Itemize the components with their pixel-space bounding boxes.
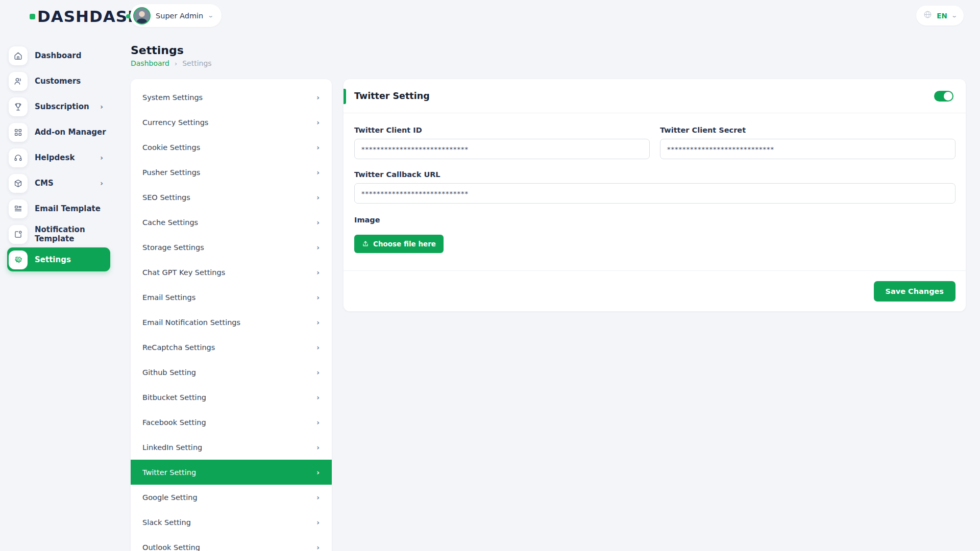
chevron-right-icon: ›	[100, 154, 103, 162]
chevron-right-icon: ›	[316, 168, 320, 177]
sidebar-item-helpdesk[interactable]: Helpdesk ›	[0, 145, 118, 170]
chevron-right-icon: ›	[316, 93, 320, 102]
chevron-right-icon: ›	[316, 518, 320, 527]
logo-text: DASHDASH	[37, 9, 141, 24]
package-icon	[9, 174, 28, 193]
brand-logo[interactable]: DASHDASH	[30, 7, 141, 26]
image-label: Image	[354, 216, 955, 224]
chevron-down-icon: ⌄	[207, 12, 214, 19]
chevron-right-icon: ›	[316, 443, 320, 452]
toggle-knob	[944, 92, 952, 101]
settings-nav-system[interactable]: System Settings›	[131, 85, 332, 110]
chevron-down-icon: ⌄	[951, 12, 958, 19]
enable-toggle[interactable]	[934, 91, 953, 102]
panel-footer: Save Changes	[344, 270, 966, 311]
trophy-icon	[9, 97, 28, 116]
avatar	[133, 7, 151, 24]
settings-nav-facebook[interactable]: Facebook Setting›	[131, 410, 332, 435]
sidebar-item-label: Add-on Manager	[35, 128, 106, 137]
breadcrumb-dashboard-link[interactable]: Dashboard	[131, 59, 169, 67]
sidebar-item-settings[interactable]: Settings	[0, 247, 118, 272]
callback-url-label: Twitter Callback URL	[354, 170, 955, 179]
settings-nav-storage[interactable]: Storage Settings›	[131, 235, 332, 260]
headset-icon	[9, 148, 28, 167]
template-icon	[9, 199, 28, 218]
accent-bar	[344, 89, 346, 104]
chevron-right-icon: ›	[316, 218, 320, 227]
profile-name: Super Admin	[156, 12, 203, 20]
settings-nav-cache[interactable]: Cache Settings›	[131, 210, 332, 235]
panel-title: Twitter Setting	[354, 91, 430, 101]
chevron-right-icon: ›	[100, 103, 103, 111]
chevron-right-icon: ›	[316, 143, 320, 152]
panel-body: Twitter Client ID Twitter Client Secret …	[344, 113, 966, 253]
language-selector[interactable]: EN ⌄	[916, 6, 964, 26]
breadcrumb-current: Settings	[182, 59, 211, 67]
chevron-right-icon: ›	[100, 179, 103, 187]
settings-nav-bitbucket[interactable]: Bitbucket Setting›	[131, 385, 332, 410]
settings-nav-github[interactable]: Github Setting›	[131, 360, 332, 385]
settings-nav-email-notification[interactable]: Email Notification Settings›	[131, 310, 332, 335]
chevron-right-icon: ›	[316, 318, 320, 327]
client-secret-label: Twitter Client Secret	[660, 126, 955, 134]
chevron-right-icon: ›	[316, 543, 320, 551]
language-code: EN	[937, 12, 947, 20]
top-bar: DASHDASH Super Admin ⌄ EN ⌄	[0, 0, 980, 32]
settings-nav-currency[interactable]: Currency Settings›	[131, 110, 332, 135]
settings-nav-cookie[interactable]: Cookie Settings›	[131, 135, 332, 160]
sidebar-item-label: CMS	[35, 179, 54, 188]
home-icon	[9, 46, 28, 65]
callback-url-input[interactable]	[354, 183, 955, 204]
breadcrumb: Dashboard › Settings	[131, 59, 212, 67]
notification-icon	[9, 225, 28, 244]
save-changes-button[interactable]: Save Changes	[874, 281, 955, 302]
chevron-right-icon: ›	[316, 193, 320, 202]
settings-nav-email[interactable]: Email Settings›	[131, 285, 332, 310]
sidebar-item-email-template[interactable]: Email Template	[0, 196, 118, 221]
settings-nav-twitter[interactable]: Twitter Setting›	[131, 460, 332, 485]
sidebar-item-label: Dashboard	[35, 51, 81, 60]
settings-nav-google[interactable]: Google Setting›	[131, 485, 332, 510]
settings-nav-pusher[interactable]: Pusher Settings›	[131, 160, 332, 185]
settings-nav-seo[interactable]: SEO Settings›	[131, 185, 332, 210]
sidebar-item-addon-manager[interactable]: Add-on Manager	[0, 119, 118, 145]
chevron-right-icon: ›	[316, 293, 320, 302]
sidebar-item-label: Subscription	[35, 102, 89, 111]
chevron-right-icon: ›	[175, 60, 177, 67]
chevron-right-icon: ›	[316, 393, 320, 402]
page-title: Settings	[131, 44, 184, 57]
settings-nav-slack[interactable]: Slack Setting›	[131, 510, 332, 535]
twitter-setting-panel: Twitter Setting Twitter Client ID Twitte…	[344, 79, 966, 311]
sidebar-item-customers[interactable]: Customers	[0, 68, 118, 94]
settings-nav-linkedin[interactable]: LinkedIn Setting›	[131, 435, 332, 460]
profile-menu[interactable]: Super Admin ⌄	[130, 4, 222, 27]
chevron-right-icon: ›	[316, 243, 320, 252]
sidebar-item-label: Notification Template	[35, 225, 118, 243]
panel-header: Twitter Setting	[344, 79, 966, 113]
sidebar-item-dashboard[interactable]: Dashboard	[0, 43, 118, 68]
chevron-right-icon: ›	[316, 343, 320, 352]
sidebar-item-cms[interactable]: CMS ›	[0, 170, 118, 196]
sidebar-item-label: Helpdesk	[35, 153, 75, 162]
gear-icon	[9, 251, 28, 269]
settings-nav-recaptcha[interactable]: ReCaptcha Settings›	[131, 335, 332, 360]
sidebar-item-notification-template[interactable]: Notification Template	[0, 221, 118, 247]
settings-nav-chatgpt[interactable]: Chat GPT Key Settings›	[131, 260, 332, 285]
sidebar: Dashboard Customers Subscription › Add-o…	[0, 43, 118, 272]
chevron-right-icon: ›	[316, 468, 320, 477]
users-icon	[9, 72, 28, 91]
globe-icon	[923, 10, 932, 21]
sidebar-item-label: Settings	[35, 255, 71, 264]
sidebar-item-subscription[interactable]: Subscription ›	[0, 94, 118, 119]
settings-nav-panel: System Settings› Currency Settings› Cook…	[131, 79, 332, 551]
client-secret-input[interactable]	[660, 139, 955, 159]
client-id-label: Twitter Client ID	[354, 126, 650, 134]
chevron-right-icon: ›	[316, 368, 320, 377]
choose-file-button[interactable]: Choose file here	[354, 235, 444, 253]
settings-nav-outlook[interactable]: Outlook Setting›	[131, 535, 332, 551]
client-id-input[interactable]	[354, 139, 650, 159]
chevron-right-icon: ›	[316, 118, 320, 127]
chevron-right-icon: ›	[316, 493, 320, 502]
sidebar-item-label: Customers	[35, 77, 81, 86]
logo-dot	[30, 14, 35, 19]
